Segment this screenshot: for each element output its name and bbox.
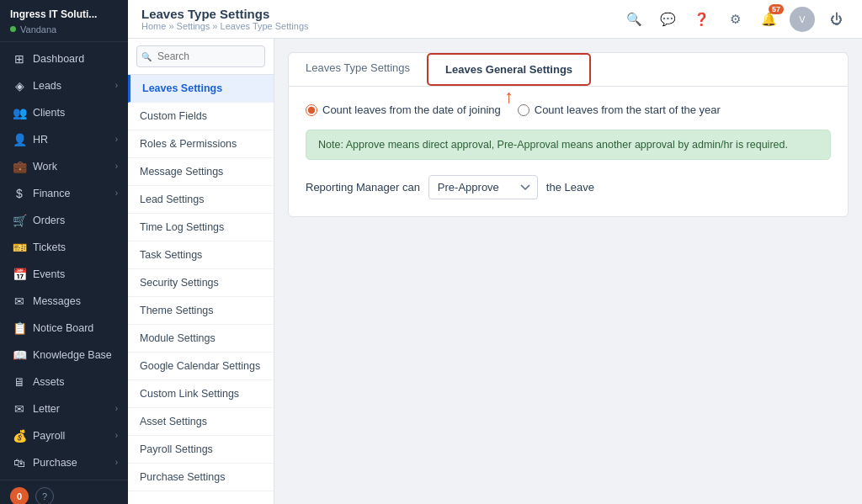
settings-nav-item-lead-settings[interactable]: Lead Settings: [128, 186, 274, 214]
sidebar-item-messages[interactable]: ✉ Messages: [0, 288, 128, 315]
sidebar-item-hr[interactable]: 👤 HR ›: [0, 126, 128, 153]
sidebar-item-events[interactable]: 📅 Events: [0, 261, 128, 288]
knowledge-icon: 📖: [13, 348, 26, 362]
sidebar-item-tickets[interactable]: 🎫 Tickets: [0, 234, 128, 261]
chevron-right-icon: ›: [115, 81, 118, 90]
leads-icon: ◈: [13, 79, 26, 93]
sidebar-item-label: Notice Board: [33, 322, 93, 334]
settings-nav-item-custom-fields[interactable]: Custom Fields: [128, 103, 274, 130]
settings-nav-item-task-settings[interactable]: Task Settings: [128, 241, 274, 269]
chevron-right-icon: ›: [115, 162, 118, 171]
sidebar-item-label: Assets: [33, 376, 65, 388]
assets-icon: 🖥: [13, 375, 26, 389]
approval-select[interactable]: Pre-Approve Approve None: [428, 175, 538, 199]
settings-nav-item-asset-settings[interactable]: Asset Settings: [128, 408, 274, 436]
dashboard-icon: ⊞: [13, 52, 26, 66]
sidebar-footer: 0 ?: [0, 480, 128, 504]
settings-content: Leaves Type Settings Leaves General Sett…: [274, 39, 862, 504]
hr-icon: 👤: [13, 133, 26, 146]
settings-nav-item-custom-link[interactable]: Custom Link Settings: [128, 380, 274, 408]
content-card: Count leaves from the date of joining Co…: [288, 86, 849, 217]
sidebar-item-label: Letter: [33, 403, 60, 415]
sidebar-item-label: Dashboard: [33, 53, 84, 65]
avatar[interactable]: V: [790, 7, 815, 32]
sidebar-item-finance[interactable]: $ Finance ›: [0, 180, 128, 207]
settings-nav-item-google-calendar[interactable]: Google Calendar Settings: [128, 353, 274, 380]
sidebar-item-payroll[interactable]: 💰 Payroll ›: [0, 422, 128, 449]
messages-icon: ✉: [13, 294, 26, 308]
approval-suffix: the Leave: [546, 181, 594, 194]
tab-leaves-type[interactable]: Leaves Type Settings: [289, 53, 427, 86]
chat-button[interactable]: 💬: [655, 7, 680, 32]
sidebar-item-label: Orders: [33, 215, 65, 226]
sidebar-item-label: Messages: [33, 295, 81, 307]
sidebar-item-label: Payroll: [33, 430, 65, 442]
search-input[interactable]: [136, 45, 265, 67]
settings-nav-item-roles-permissions[interactable]: Roles & Permissions: [128, 130, 274, 158]
settings-nav-item-security-settings[interactable]: Security Settings: [128, 269, 274, 297]
chevron-right-icon: ›: [115, 135, 118, 144]
notice-board-icon: 📋: [13, 321, 26, 335]
settings-nav-item-leaves-settings[interactable]: Leaves Settings: [128, 75, 274, 103]
notification-badge: 57: [769, 4, 784, 14]
username: Vandana: [20, 24, 56, 34]
settings-nav-item-time-log-settings[interactable]: Time Log Settings: [128, 214, 274, 241]
main-area: Leaves Type Settings Home » Settings » L…: [128, 0, 862, 504]
help-icon[interactable]: ?: [35, 487, 54, 504]
content-area: Leaves SettingsCustom FieldsRoles & Perm…: [128, 39, 862, 504]
sidebar-item-leads[interactable]: ◈ Leads ›: [0, 72, 128, 99]
sidebar-item-knowledge-base[interactable]: 📖 Knowledge Base: [0, 342, 128, 369]
settings-nav-item-purchase-settings[interactable]: Purchase Settings: [128, 464, 274, 491]
search-button[interactable]: 🔍: [621, 7, 646, 32]
sidebar-item-orders[interactable]: 🛒 Orders: [0, 207, 128, 234]
radio-start-year-input[interactable]: [518, 104, 529, 116]
info-banner: Note: Approve means direct approval, Pre…: [306, 130, 831, 160]
settings-nav-item-module-settings[interactable]: Module Settings: [128, 325, 274, 353]
topbar-actions: 🔍 💬 ❓ ⚙ 🔔 57 V ⏻: [621, 7, 849, 32]
settings-nav-list: Leaves SettingsCustom FieldsRoles & Perm…: [128, 75, 274, 491]
sidebar-nav: ⊞ Dashboard ◈ Leads › 👥 Clients 👤 HR: [0, 42, 128, 480]
sidebar-item-assets[interactable]: 🖥 Assets: [0, 369, 128, 395]
sidebar-item-label: Tickets: [33, 241, 66, 253]
approval-label: Reporting Manager can: [306, 181, 420, 194]
sidebar-item-work[interactable]: 💼 Work ›: [0, 153, 128, 180]
sidebar-item-label: Knowledge Base: [33, 349, 112, 361]
tabs-row: Leaves Type Settings Leaves General Sett…: [288, 52, 849, 86]
sidebar-item-label: Finance: [33, 188, 70, 199]
settings-nav-item-theme-settings[interactable]: Theme Settings: [128, 297, 274, 325]
sidebar-item-label: Events: [33, 268, 65, 280]
settings-search-wrap: [128, 39, 274, 75]
sidebar-logo: Ingress IT Soluti... Vandana: [0, 0, 128, 42]
work-icon: 💼: [13, 160, 26, 173]
page-title: Leaves Type Settings: [141, 7, 309, 21]
app-name: Ingress IT Soluti...: [10, 8, 118, 22]
topbar: Leaves Type Settings Home » Settings » L…: [128, 0, 862, 39]
orders-icon: 🛒: [13, 214, 26, 227]
events-icon: 📅: [13, 268, 26, 281]
sidebar-item-label: Leads: [33, 80, 61, 92]
tab-leaves-general[interactable]: Leaves General Settings ↑: [427, 53, 591, 86]
settings-nav-item-message-settings[interactable]: Message Settings: [128, 158, 274, 186]
radio-start-year[interactable]: Count leaves from the start of the year: [518, 103, 721, 116]
chevron-right-icon: ›: [115, 458, 118, 467]
chevron-right-icon: ›: [115, 404, 118, 413]
power-button[interactable]: ⏻: [823, 7, 849, 32]
settings-nav-item-payroll-settings[interactable]: Payroll Settings: [128, 436, 274, 464]
notification-wrap: 🔔 57: [756, 7, 781, 32]
chevron-right-icon: ›: [115, 188, 118, 198]
sidebar-item-label: Work: [33, 161, 57, 172]
sidebar-item-clients[interactable]: 👥 Clients: [0, 99, 128, 126]
topbar-left: Leaves Type Settings Home » Settings » L…: [141, 7, 309, 31]
radio-date-joining[interactable]: Count leaves from the date of joining: [306, 103, 501, 116]
help-button[interactable]: ❓: [689, 7, 714, 32]
sidebar-item-letter[interactable]: ✉ Letter ›: [0, 395, 128, 422]
sidebar-item-label: Clients: [33, 107, 65, 119]
settings-button[interactable]: ⚙: [722, 7, 748, 32]
sidebar-item-purchase[interactable]: 🛍 Purchase ›: [0, 449, 128, 476]
sidebar-item-dashboard[interactable]: ⊞ Dashboard: [0, 45, 128, 72]
sidebar-item-notice-board[interactable]: 📋 Notice Board: [0, 315, 128, 342]
settings-nav: Leaves SettingsCustom FieldsRoles & Perm…: [128, 39, 274, 504]
approval-row: Reporting Manager can Pre-Approve Approv…: [306, 175, 831, 199]
radio-date-joining-input[interactable]: [306, 104, 317, 116]
clients-icon: 👥: [13, 106, 26, 119]
